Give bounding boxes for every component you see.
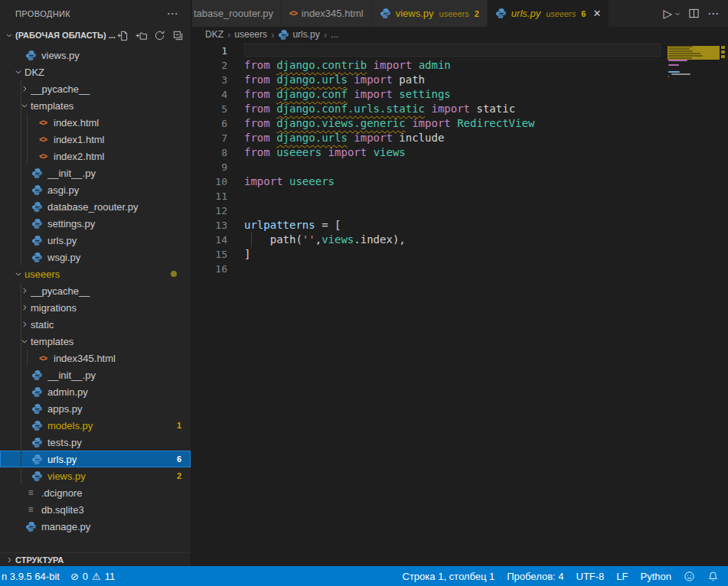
feedback-icon[interactable]: [684, 571, 695, 582]
explorer-title: ПРОВОДНИК: [15, 9, 70, 18]
breadcrumb-item--[interactable]: ...: [331, 29, 338, 40]
line-content: [244, 203, 728, 218]
code-line-15[interactable]: 15]: [192, 247, 728, 262]
breadcrumb-item-urls-py[interactable]: urls.py: [278, 29, 319, 41]
code-line-4[interactable]: 4from django.conf import settings: [192, 87, 728, 102]
workspace-section-header[interactable]: (РАБОЧАЯ ОБЛАСТЬ) ...: [0, 27, 191, 44]
line-number: 7: [192, 131, 244, 145]
code-line-7[interactable]: 7from django.urls import include: [192, 131, 728, 145]
code-line-1[interactable]: 1: [192, 44, 728, 58]
sidebar-item-views-py[interactable]: views.py2: [0, 467, 191, 484]
sidebar-item-admin-py[interactable]: admin.py: [0, 383, 191, 400]
refresh-icon[interactable]: [152, 28, 166, 42]
breadcrumb-item-dkz[interactable]: DKZ: [205, 29, 224, 40]
python-icon: [25, 521, 37, 532]
more-actions-icon[interactable]: ⋯: [707, 7, 719, 21]
outline-section-header[interactable]: СТРУКТУРА: [0, 552, 191, 566]
python-icon: [31, 370, 43, 381]
close-icon[interactable]: ✕: [593, 8, 601, 19]
tab-label: urls.py: [511, 8, 540, 19]
sidebar-item-useeers[interactable]: useeers: [0, 265, 191, 282]
sidebar-item-db-sqlite3[interactable]: ≡db.sqlite3: [0, 501, 191, 518]
sidebar-item-apps-py[interactable]: apps.py: [0, 400, 191, 417]
new-file-icon[interactable]: [116, 28, 129, 42]
split-editor-icon[interactable]: [688, 8, 700, 19]
tabs: tabase_roouter.py<>index345.htmlviews.py…: [192, 0, 609, 27]
sidebar-item-settings-py[interactable]: settings.py: [0, 215, 191, 232]
explorer-sidebar: ПРОВОДНИК ⋯ (РАБОЧАЯ ОБЛАСТЬ) ...: [0, 0, 191, 566]
sidebar-item-index1-html[interactable]: <>index1.html: [0, 131, 191, 148]
problems-status[interactable]: ⊘ 0 ⚠ 11: [70, 571, 115, 582]
tab-urls-py[interactable]: urls.pyuseeers6✕: [488, 0, 609, 27]
sidebar-item-templates[interactable]: templates: [0, 333, 191, 350]
encoding-status[interactable]: UTF-8: [576, 571, 605, 582]
breadcrumb-item-useeers[interactable]: useeers: [234, 29, 267, 40]
line-content: [244, 262, 728, 276]
sidebar-item-asgi-py[interactable]: asgi.py: [0, 181, 191, 198]
run-python-button[interactable]: ▷: [663, 8, 681, 19]
sidebar-item--pycache-[interactable]: __pycache__: [0, 282, 191, 299]
code-line-6[interactable]: 6from django.views.generic import Redire…: [192, 116, 728, 131]
indentation-status[interactable]: Пробелов: 4: [507, 571, 563, 582]
sidebar-item-migrations[interactable]: migrations: [0, 299, 191, 316]
tab-views-py[interactable]: views.pyuseeers2: [372, 0, 488, 27]
outline-label: СТРУКТУРА: [15, 555, 64, 565]
item-label: wsgi.py: [47, 252, 191, 263]
more-actions-icon[interactable]: ⋯: [164, 7, 181, 21]
sidebar-item--init-py[interactable]: __init__.py: [0, 164, 191, 181]
item-label: migrations: [31, 302, 191, 314]
line-number: 14: [192, 233, 244, 247]
line-content: [244, 160, 728, 174]
python-interpreter-status[interactable]: n 3.9.5 64-bit: [2, 571, 60, 582]
python-icon: [31, 470, 43, 482]
sidebar-item--init-py[interactable]: __init__.py: [0, 366, 191, 383]
code-line-9[interactable]: 9: [192, 160, 728, 174]
code-line-5[interactable]: 5from django.conf.urls.static import sta…: [192, 102, 728, 116]
tab-index345-html[interactable]: <>index345.html: [282, 0, 372, 27]
item-label: tests.py: [47, 437, 191, 448]
code-line-13[interactable]: 13urlpatterns = [: [192, 218, 728, 233]
line-number: 5: [192, 102, 244, 116]
code-editor[interactable]: 12from django.contrib import admin3from …: [192, 42, 728, 566]
breadcrumb-separator: ›: [324, 29, 327, 41]
workspace-label: (РАБОЧАЯ ОБЛАСТЬ) ...: [15, 31, 116, 40]
eol-status[interactable]: LF: [616, 571, 628, 582]
sidebar-item-views-py[interactable]: views.py: [0, 47, 191, 63]
code-line-16[interactable]: 16: [192, 262, 728, 276]
python-icon: [31, 454, 43, 465]
cursor-position-status[interactable]: Строка 1, столбец 1: [403, 571, 495, 582]
new-folder-icon[interactable]: [134, 28, 148, 42]
run-dropdown-icon: [674, 11, 681, 17]
code-line-12[interactable]: 12: [192, 203, 728, 218]
chevron-down-icon: [15, 68, 22, 76]
sidebar-item--pycache-[interactable]: __pycache__: [0, 80, 191, 97]
sidebar-item-tests-py[interactable]: tests.py: [0, 434, 191, 451]
code-line-2[interactable]: 2from django.contrib import admin: [192, 58, 728, 73]
sidebar-item-dkz[interactable]: DKZ: [0, 63, 191, 80]
sidebar-item-templates[interactable]: templates: [0, 97, 191, 114]
sidebar-item--dcignore[interactable]: ≡.dcignore: [0, 484, 191, 501]
sidebar-item-index-html[interactable]: <>index.html: [0, 114, 191, 131]
sidebar-item-index345-html[interactable]: <>index345.html: [0, 350, 191, 366]
status-right: Строка 1, столбец 1 Пробелов: 4 UTF-8 LF…: [403, 571, 728, 582]
code-line-11[interactable]: 11: [192, 189, 728, 203]
code-line-14[interactable]: 14 path('',views.index),: [192, 233, 728, 247]
sidebar-item-manage-py[interactable]: manage.py: [0, 518, 191, 535]
explorer-actions: [116, 28, 184, 42]
error-count: 0: [83, 571, 88, 582]
collapse-all-icon[interactable]: [171, 28, 184, 42]
problems-dot-badge: [171, 271, 177, 277]
sidebar-item-static[interactable]: static: [0, 316, 191, 333]
sidebar-item-models-py[interactable]: models.py1: [0, 417, 191, 434]
sidebar-item-wsgi-py[interactable]: wsgi.py: [0, 249, 191, 265]
code-line-3[interactable]: 3from django.urls import path: [192, 73, 728, 87]
code-line-8[interactable]: 8from useeers import views: [192, 145, 728, 160]
tab-tabase-roouter-py[interactable]: tabase_roouter.py: [192, 0, 282, 27]
code-line-10[interactable]: 10import useeers: [192, 174, 728, 189]
sidebar-item-urls-py[interactable]: urls.py6: [0, 451, 191, 467]
sidebar-item-urls-py[interactable]: urls.py: [0, 232, 191, 249]
sidebar-item-database-roouter-py[interactable]: database_roouter.py: [0, 198, 191, 215]
notifications-bell-icon[interactable]: [707, 571, 719, 582]
sidebar-item-index2-html[interactable]: <>index2.html: [0, 148, 191, 164]
language-mode-status[interactable]: Python: [641, 571, 671, 582]
